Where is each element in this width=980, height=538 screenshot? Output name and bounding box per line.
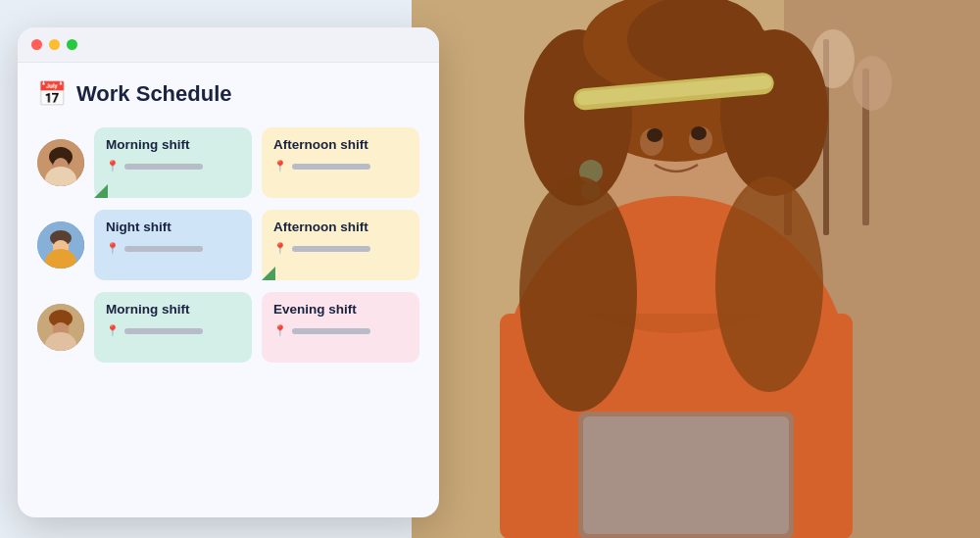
avatar-1	[37, 139, 84, 186]
pin-icon: 📍	[106, 160, 120, 172]
schedule-title: Work Schedule	[76, 81, 232, 107]
shift-card-morning-3[interactable]: Morning shift 📍	[94, 292, 252, 363]
svg-point-20	[691, 126, 707, 140]
shift-name: Morning shift	[106, 137, 240, 152]
shift-card-evening[interactable]: Evening shift 📍	[262, 292, 419, 363]
scene: 📅 Work Schedule Morning shift	[0, 0, 980, 538]
shift-location: 📍	[273, 160, 408, 172]
avatar-2	[37, 221, 84, 269]
shift-location: 📍	[273, 324, 408, 337]
pin-icon: 📍	[106, 324, 120, 337]
schedule-row-3: Morning shift 📍 Evening shift 📍	[37, 292, 419, 363]
corner-triangle	[94, 184, 108, 198]
window-titlebar	[18, 27, 439, 63]
app-window: 📅 Work Schedule Morning shift	[18, 27, 439, 517]
corner-triangle	[262, 267, 275, 280]
shift-card-night[interactable]: Night shift 📍	[94, 210, 252, 280]
shift-name: Evening shift	[273, 302, 408, 317]
location-bar	[124, 246, 203, 252]
pin-icon: 📍	[106, 242, 120, 255]
shift-card-afternoon-1[interactable]: Afternoon shift 📍	[262, 127, 419, 198]
svg-point-7	[853, 56, 892, 111]
svg-point-29	[715, 176, 823, 392]
shift-location: 📍	[106, 160, 240, 172]
shift-cards-row-2: Night shift 📍 Afternoon shift 📍	[94, 210, 419, 280]
shift-card-morning-1[interactable]: Morning shift 📍	[94, 127, 252, 198]
shift-location: 📍	[106, 324, 240, 337]
location-bar	[124, 328, 203, 334]
shift-cards-row-3: Morning shift 📍 Evening shift 📍	[94, 292, 419, 363]
shift-name: Morning shift	[106, 302, 240, 317]
svg-point-28	[519, 176, 637, 412]
shift-name: Afternoon shift	[273, 137, 408, 152]
minimize-dot[interactable]	[49, 39, 60, 50]
pin-icon: 📍	[273, 160, 287, 172]
shift-cards-row-1: Morning shift 📍 Afternoon shift 📍	[94, 127, 419, 198]
expand-dot[interactable]	[67, 39, 77, 50]
shift-location: 📍	[273, 242, 408, 255]
window-content: 📅 Work Schedule Morning shift	[18, 63, 439, 388]
shift-card-afternoon-2[interactable]: Afternoon shift 📍	[262, 210, 419, 280]
shift-location: 📍	[106, 242, 240, 255]
shift-name: Afternoon shift	[273, 220, 408, 234]
location-bar	[124, 164, 203, 170]
svg-point-19	[647, 128, 662, 142]
location-bar	[292, 164, 370, 170]
schedule-row-2: Night shift 📍 Afternoon shift 📍	[37, 210, 419, 280]
location-bar	[292, 328, 370, 334]
calendar-icon: 📅	[37, 80, 67, 108]
location-bar	[292, 246, 370, 252]
svg-rect-27	[583, 416, 789, 534]
pin-icon: 📍	[273, 242, 287, 255]
schedule-row-1: Morning shift 📍 Afternoon shift 📍	[37, 127, 419, 198]
pin-icon: 📍	[273, 324, 287, 337]
photo-background	[412, 0, 980, 538]
close-dot[interactable]	[31, 39, 42, 50]
shift-name: Night shift	[106, 220, 240, 234]
avatar-3	[37, 304, 84, 351]
schedule-header: 📅 Work Schedule	[37, 80, 419, 108]
